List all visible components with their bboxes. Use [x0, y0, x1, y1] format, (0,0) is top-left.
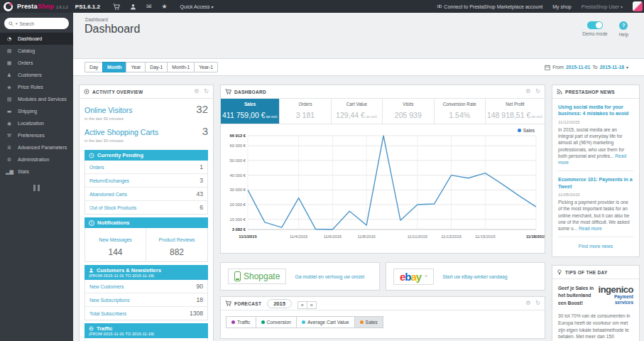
sidebar-item-catalog[interactable]: ▤Catalog — [0, 45, 73, 57]
sidebar-item-localization[interactable]: ◉Localization — [0, 117, 73, 129]
collapse-menu-handle[interactable] — [33, 185, 40, 191]
find-more-news-link[interactable]: Find more news — [558, 244, 633, 249]
range-button-month-1[interactable]: Month-1 — [167, 62, 194, 72]
ebay-link[interactable]: Start uw eBay-winkel vandaag — [442, 274, 507, 279]
metric-tile-net-profit[interactable]: Net Profit148 918,51 € tax excl. — [486, 99, 545, 124]
shopgate-link[interactable]: Ga mobiel en verhoog uw omzet — [295, 274, 364, 279]
metric-tile-cart-value[interactable]: Cart Value129,44 € tax excl. — [332, 99, 383, 124]
sidebar-item-modules-and-services[interactable]: ▧Modules and Services — [0, 93, 73, 105]
quick-access-menu[interactable]: Quick Access ▾ — [180, 4, 214, 9]
sidebar-item-stats[interactable]: ▂▆Stats — [0, 166, 73, 178]
breadcrumb[interactable]: Dashboard — [85, 17, 108, 22]
avatar[interactable] — [633, 1, 643, 11]
range-button-year-1[interactable]: Year-1 — [194, 62, 218, 72]
trophy-icon[interactable]: ★ — [162, 4, 168, 10]
gear-icon: ⚙ — [6, 157, 13, 163]
forecast-button-average-cart-value[interactable]: Average Cart Value — [296, 316, 354, 328]
help-icon[interactable]: ? — [619, 21, 628, 30]
abandoned-carts-link[interactable]: Abandoned Carts — [89, 192, 127, 197]
settings-gear-icon[interactable]: ⚙ — [194, 89, 199, 94]
date-range-picker[interactable]: From 2015-11-01 To 2015-11-18 ▾ — [545, 65, 628, 70]
panel-title: FORECAST — [234, 301, 261, 306]
caret-down-icon: ▾ — [626, 65, 628, 70]
refresh-icon[interactable]: ↻ — [204, 89, 209, 94]
ebay-letter: a — [411, 271, 416, 283]
news-title-link[interactable]: Using social media for your business: 4 … — [558, 104, 633, 117]
settings-gear-icon[interactable]: ⚙ — [525, 89, 530, 94]
sidebar: ▾ ◔Dashboard▤Catalog▦Orders♟Customers◈Pr… — [0, 13, 73, 341]
sidebar-item-orders[interactable]: ▦Orders — [0, 57, 73, 69]
total-subscribers-link[interactable]: Total Subscribers — [89, 311, 126, 316]
prestashop-logo[interactable] — [4, 2, 13, 11]
range-button-day-1[interactable]: Day-1 — [145, 62, 167, 72]
notification-cell-new-messages[interactable]: New Messages144 — [85, 228, 146, 261]
metric-tile-orders[interactable]: Orders3 181 — [280, 99, 331, 124]
out-of-stock-products-link[interactable]: Out of Stock Products — [89, 205, 136, 210]
search-scope-caret-icon[interactable]: ▾ — [16, 21, 18, 26]
shopgate-banner[interactable]: Shopgate Ga mobiel en verhoog uw omzet — [220, 262, 380, 291]
metric-tile-sales[interactable]: Sales411 759,00 € tax excl. — [221, 99, 280, 124]
row-value: 6 — [200, 204, 203, 211]
search-input[interactable] — [20, 21, 57, 26]
svg-text:11/4/2015: 11/4/2015 — [290, 234, 307, 239]
my-shop-link[interactable]: My shop — [552, 4, 571, 9]
settings-gear-icon[interactable]: ⚙ — [525, 301, 530, 306]
return-exchanges-link[interactable]: Return/Exchanges — [89, 178, 129, 183]
news-date: 11/05/2015 — [558, 192, 633, 197]
tag-icon: ◈ — [6, 85, 13, 90]
forecast-button-sales[interactable]: Sales — [354, 316, 383, 328]
news-title-link[interactable]: Ecommerce 101: Payments in a Tweet — [558, 176, 633, 190]
user-icon[interactable] — [130, 4, 136, 10]
demo-mode-control[interactable]: Demo mode — [582, 21, 607, 37]
range-button-month[interactable]: Month — [102, 62, 126, 72]
sidebar-menu: ◔Dashboard▤Catalog▦Orders♟Customers◈Pric… — [0, 33, 73, 178]
sidebar-item-price-rules[interactable]: ◈Price Rules — [0, 81, 73, 93]
metric-tile-visits[interactable]: Visits205 939 — [383, 99, 434, 124]
activity-overview-panel: ACTIVITY OVERVIEW ⚙↻ Online Visitorsin t… — [79, 85, 214, 341]
new-customers-link[interactable]: New Customers — [89, 284, 124, 289]
forecast-button-conversion[interactable]: Conversion — [256, 316, 296, 328]
cart-icon[interactable] — [113, 4, 120, 10]
demo-mode-toggle[interactable] — [587, 21, 603, 29]
range-button-year[interactable]: Year — [126, 62, 145, 72]
notification-cell-product-reviews[interactable]: Product Reviews882 — [146, 228, 207, 261]
customers-newsletters-header: Customers & Newsletters (FROM 2015-11-01… — [84, 265, 208, 280]
ebay-banner[interactable]: ebay™ Start uw eBay-winkel vandaag — [386, 262, 545, 291]
range-button-day[interactable]: Day — [84, 62, 102, 72]
refresh-icon[interactable]: ↻ — [535, 301, 540, 306]
sidebar-item-advanced-parameters[interactable]: ≣Advanced Parameters — [0, 141, 73, 153]
read-more-link[interactable]: Read more — [579, 226, 602, 231]
metric-tile-conversion-rate[interactable]: Conversion Rate1.54% — [435, 99, 486, 124]
refresh-icon[interactable]: ↻ — [535, 89, 540, 94]
active-shopping-carts-link[interactable]: Active Shopping Carts — [84, 128, 158, 136]
mail-icon[interactable]: ✉ — [146, 4, 152, 10]
sidebar-item-dashboard[interactable]: ◔Dashboard — [0, 33, 73, 45]
globe-icon: ◉ — [6, 121, 13, 126]
read-more-link[interactable]: Read more — [558, 153, 626, 165]
filter-bar: DayMonthYearDay-1Month-1Year-1 From 2015… — [73, 58, 644, 76]
newsletter-row: New Customers90 — [85, 280, 207, 293]
forecast-button-label: Average Cart Value — [307, 320, 349, 325]
help-control[interactable]: ? Help — [619, 21, 628, 37]
stat-value: 32 — [196, 103, 208, 115]
sidebar-item-shipping[interactable]: ▬Shipping — [0, 105, 73, 117]
news-item: Ecommerce 101: Payments in a Tweet11/05/… — [558, 176, 633, 237]
activity-big-links: Online Visitorsin the last 30 minutes32A… — [84, 103, 208, 147]
sidebar-item-customers[interactable]: ♟Customers — [0, 69, 73, 81]
forecast-year[interactable]: 2015 — [267, 299, 292, 308]
new-subscriptions-link[interactable]: New Subscriptions — [89, 298, 129, 303]
sidebar-item-label: Administration — [18, 157, 49, 162]
chart-legend[interactable]: Sales — [518, 128, 535, 133]
sidebar-item-administration[interactable]: ⚙Administration — [0, 153, 73, 166]
sidebar-item-label: Shipping — [18, 109, 37, 114]
prev-year-button[interactable]: « — [298, 301, 307, 309]
sidebar-item-preferences[interactable]: ⚒Preferences — [0, 129, 73, 141]
orders-link[interactable]: Orders — [89, 165, 104, 170]
sidebar-item-label: Stats — [18, 169, 29, 174]
news-list: Using social media for your business: 4 … — [552, 99, 639, 256]
forecast-button-traffic[interactable]: Traffic — [226, 316, 256, 328]
user-menu[interactable]: PrestaShop User ▾ — [582, 4, 623, 9]
online-visitors-link[interactable]: Online Visitors — [84, 106, 133, 114]
next-year-button[interactable]: » — [307, 301, 317, 309]
marketplace-link[interactable]: Connect to PrestaShop Marketplace accoun… — [437, 4, 542, 9]
